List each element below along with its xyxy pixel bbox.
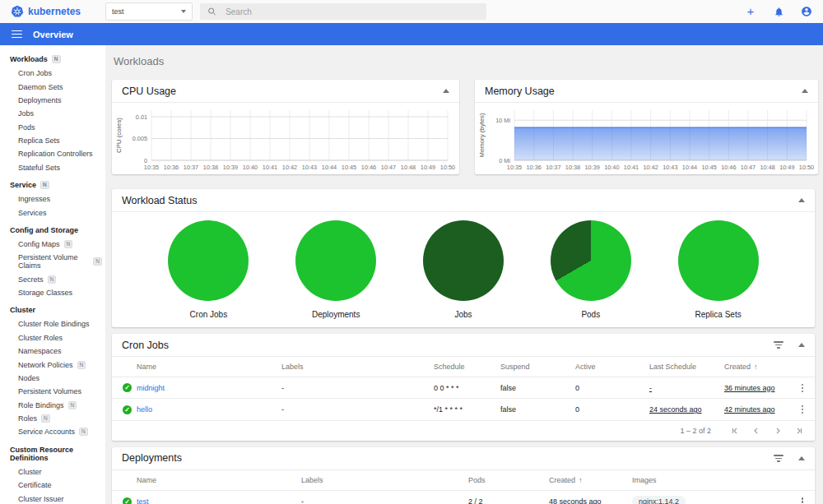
- last_schedule-value[interactable]: 24 seconds ago: [649, 405, 702, 414]
- namespaced-badge: N: [64, 240, 73, 248]
- sidebar-item-service-accounts[interactable]: Service AccountsN: [0, 425, 105, 438]
- first-page-button[interactable]: [731, 427, 739, 435]
- sidebar-item-replication-controllers[interactable]: Replication Controllers: [0, 147, 105, 160]
- svg-text:10:50: 10:50: [799, 164, 814, 171]
- success-check-icon: ✓: [123, 497, 132, 504]
- svg-text:10:44: 10:44: [322, 164, 337, 171]
- sidebar-item-cluster-issuer[interactable]: Cluster Issuer: [0, 492, 105, 504]
- sidebar-section-workloads: WorkloadsN: [0, 52, 105, 67]
- pie-label: Pods: [581, 310, 600, 319]
- resource-link[interactable]: midnight: [137, 384, 165, 392]
- sidebar-item-roles[interactable]: RolesN: [0, 412, 105, 425]
- svg-text:0.01: 0.01: [136, 113, 147, 121]
- column-header-suspend[interactable]: Suspend: [497, 357, 572, 377]
- svg-text:10:48: 10:48: [760, 164, 775, 171]
- svg-text:10:41: 10:41: [624, 164, 639, 171]
- workload-pie-jobs: Jobs: [400, 220, 528, 319]
- pie-chart: [678, 220, 759, 301]
- sidebar-item-deployments[interactable]: Deployments: [0, 94, 105, 107]
- sidebar-item-daemon-sets[interactable]: Daemon Sets: [0, 80, 105, 93]
- namespace-select[interactable]: test: [105, 2, 193, 21]
- sidebar-nav: WorkloadsNCron JobsDaemon SetsDeployment…: [0, 45, 105, 504]
- column-header-labels[interactable]: Labels: [298, 470, 465, 491]
- sidebar-item-network-policies[interactable]: Network PoliciesN: [0, 358, 105, 371]
- sidebar-item-services[interactable]: Services: [0, 206, 105, 219]
- search-bar[interactable]: [200, 3, 486, 20]
- cron-jobs-card: Cron Jobs NameLabelsScheduleSuspendActiv…: [112, 334, 815, 441]
- sidebar-item-replica-sets[interactable]: Replica Sets: [0, 134, 105, 147]
- row-actions-button[interactable]: [793, 383, 811, 393]
- svg-text:10:49: 10:49: [779, 164, 794, 171]
- sidebar-item-storage-classes[interactable]: Storage Classes: [0, 286, 105, 299]
- column-header-pods[interactable]: Pods: [465, 470, 546, 491]
- account-button[interactable]: [800, 5, 813, 18]
- sidebar-item-nodes[interactable]: Nodes: [0, 372, 105, 385]
- memory-usage-chart: 10:3510:3610:3710:3810:3910:4010:4110:42…: [475, 103, 818, 175]
- collapse-icon[interactable]: [798, 198, 805, 202]
- sidebar-item-cluster-role-bindings[interactable]: Cluster Role Bindings: [0, 317, 105, 331]
- resource-link[interactable]: hello: [137, 405, 152, 414]
- pie-chart: [295, 220, 376, 301]
- column-header-created[interactable]: Created↑: [546, 470, 629, 491]
- memory-card-title: Memory Usage: [485, 86, 555, 97]
- sidebar-item-role-bindings[interactable]: Role BindingsN: [0, 399, 105, 412]
- deployments-table: NameLabelsPodsCreated↑Images✓test-2 / 24…: [112, 470, 815, 504]
- table-row: ✓midnight-0 0 * * *false0-36 minutes ago: [112, 377, 815, 399]
- column-header-labels[interactable]: Labels: [278, 357, 430, 377]
- sidebar-item-persistent-volume-claims[interactable]: Persistent Volume ClaimsN: [0, 251, 105, 272]
- sidebar-item-stateful-sets[interactable]: Stateful Sets: [0, 161, 105, 174]
- filter-list-icon[interactable]: [774, 455, 783, 462]
- column-header-name[interactable]: Name: [133, 357, 278, 377]
- column-header-active[interactable]: Active: [572, 357, 646, 377]
- filter-list-icon[interactable]: [774, 341, 783, 349]
- sidebar-item-cluster-roles[interactable]: Cluster Roles: [0, 331, 105, 344]
- resource-link[interactable]: test: [137, 497, 149, 504]
- first-page-icon: [731, 427, 739, 435]
- sidebar-item-persistent-volumes[interactable]: Persistent Volumes: [0, 385, 105, 398]
- sidebar-item-jobs[interactable]: Jobs: [0, 107, 105, 120]
- main-content: Workloads CPU Usage 10:3510:3610:3710:38…: [105, 45, 823, 504]
- collapse-icon[interactable]: [802, 89, 808, 93]
- sidebar-item-config-maps[interactable]: Config MapsN: [0, 238, 105, 251]
- row-actions-button[interactable]: [793, 405, 811, 414]
- column-header-name[interactable]: Name: [133, 470, 298, 491]
- prev-page-button[interactable]: [752, 427, 760, 435]
- menu-button[interactable]: [12, 30, 22, 39]
- table-row: ✓hello-*/1 * * * *false024 seconds ago42…: [112, 399, 815, 420]
- sidebar-item-namespaces[interactable]: Namespaces: [0, 344, 105, 358]
- svg-text:10:37: 10:37: [546, 164, 560, 171]
- collapse-icon[interactable]: [798, 343, 805, 347]
- appbar-title: Overview: [33, 30, 73, 39]
- created-value[interactable]: 36 minutes ago: [724, 384, 775, 392]
- sidebar-item-pods[interactable]: Pods: [0, 121, 105, 134]
- svg-text:10:39: 10:39: [223, 164, 238, 171]
- sidebar-item-secrets[interactable]: SecretsN: [0, 273, 105, 286]
- sidebar-item-certificate[interactable]: Certificate: [0, 479, 105, 492]
- column-header-last-schedule[interactable]: Last Schedule: [646, 357, 721, 377]
- create-resource-button[interactable]: +: [744, 5, 757, 18]
- workload-pie-cron-jobs: Cron Jobs: [145, 220, 272, 319]
- svg-text:0.005: 0.005: [133, 135, 147, 142]
- last-page-button[interactable]: [795, 427, 803, 435]
- notifications-button[interactable]: [772, 5, 785, 18]
- search-input[interactable]: [224, 7, 479, 17]
- sidebar-item-cron-jobs[interactable]: Cron Jobs: [0, 67, 105, 80]
- last_schedule-value[interactable]: -: [649, 384, 652, 392]
- row-actions-button[interactable]: [793, 497, 811, 504]
- column-header-created[interactable]: Created↑: [721, 357, 790, 377]
- collapse-icon[interactable]: [798, 456, 805, 460]
- sidebar-item-cluster[interactable]: Cluster: [0, 465, 105, 479]
- last-page-icon: [795, 427, 803, 435]
- workload-pie-replica-sets: Replica Sets: [654, 220, 782, 319]
- namespaced-badge: N: [79, 428, 88, 436]
- sidebar-item-ingresses[interactable]: Ingresses: [0, 192, 105, 206]
- column-header-schedule[interactable]: Schedule: [430, 357, 497, 377]
- next-page-button[interactable]: [774, 427, 782, 435]
- created-value[interactable]: 48 seconds ago: [549, 497, 602, 504]
- namespaced-badge: N: [68, 401, 77, 409]
- created-value[interactable]: 42 minutes ago: [724, 405, 775, 414]
- collapse-icon[interactable]: [443, 89, 449, 93]
- pie-chart: [168, 220, 249, 301]
- column-header-images[interactable]: Images: [629, 470, 790, 491]
- sort-arrow-icon: ↑: [754, 363, 758, 371]
